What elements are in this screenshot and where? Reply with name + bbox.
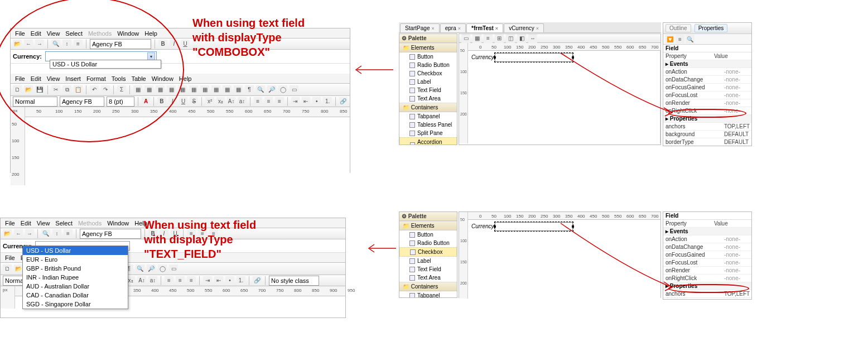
italic2-icon[interactable]: I	[168, 97, 177, 106]
sigma-icon[interactable]: Σ	[117, 85, 126, 94]
menu-edit[interactable]: Edit	[28, 30, 44, 37]
design-tool-icon[interactable]: ↔	[528, 34, 537, 43]
palette-item-tabpanel[interactable]: Tabpanel	[399, 112, 457, 121]
list-icon[interactable]: •	[225, 276, 234, 285]
tbl-icon[interactable]: ▦	[234, 85, 243, 94]
currency-option[interactable]: EUR - Euro	[23, 255, 128, 264]
design-tool-icon[interactable]: ≡	[484, 34, 493, 43]
tbl-icon[interactable]: ▦	[178, 85, 187, 94]
new-icon[interactable]: 🗋	[13, 85, 22, 94]
menu-file[interactable]: File	[13, 30, 27, 37]
menu-window[interactable]: Window	[150, 75, 176, 82]
currency-option[interactable]: GBP - British Pound	[23, 264, 128, 273]
design-tool-icon[interactable]: ⊞	[495, 34, 504, 43]
props-tool-icon[interactable]: 🔽	[666, 35, 674, 44]
underline-icon[interactable]: U	[181, 40, 190, 49]
open2-icon[interactable]: 📂	[24, 85, 33, 94]
rect-icon[interactable]: ▭	[290, 85, 298, 94]
close-icon[interactable]: ×	[536, 26, 539, 31]
open2-icon[interactable]: 📂	[14, 264, 23, 273]
form-text-field-b[interactable]	[495, 222, 573, 231]
back-icon[interactable]: ←	[24, 40, 33, 49]
list-icon[interactable]: •	[312, 97, 321, 106]
menu-methods[interactable]: Methods	[76, 220, 104, 227]
tbl-icon[interactable]: ▦	[133, 85, 142, 94]
caseA-icon[interactable]: A↕	[227, 97, 235, 106]
palette-item-checkbox[interactable]: Checkbox	[399, 247, 457, 257]
menu-select[interactable]: Select	[53, 220, 75, 227]
ellipse-icon[interactable]: ◯	[278, 85, 287, 94]
palette-item-split-pane[interactable]: Split Pane	[399, 129, 457, 137]
sort-icon[interactable]: ↕	[52, 229, 61, 238]
props-tool-icon[interactable]: 🔍	[686, 35, 695, 44]
prop-onFocusLost[interactable]: onFocusLost	[663, 259, 722, 267]
menu-file[interactable]: File	[3, 220, 17, 227]
open-icon[interactable]: 📂	[13, 40, 22, 49]
close-icon[interactable]: ×	[495, 26, 498, 31]
currency-option[interactable]: SGD - Singapore Dollar	[23, 300, 128, 309]
palette-item-button[interactable]: Button	[399, 230, 457, 239]
open-icon[interactable]: 📂	[3, 229, 12, 238]
currency-option[interactable]: AUD - Australian Dollar	[23, 282, 128, 291]
top-font-combo[interactable]	[90, 39, 151, 49]
align-c-icon[interactable]: ≡	[176, 276, 185, 285]
cut-icon[interactable]: ✂	[51, 85, 60, 94]
prop-borderType[interactable]: borderType	[663, 138, 722, 146]
font2-combo[interactable]	[60, 97, 104, 107]
tab-properties[interactable]: Properties	[695, 24, 728, 32]
currency-typeahead-list[interactable]: USD - US DollarEUR - EuroGBP - British P…	[22, 246, 128, 309]
palette-item-tabless-panel[interactable]: Tabless Panel	[399, 121, 457, 129]
menu-tools[interactable]: Tools	[109, 75, 128, 82]
prop-onFocusGained[interactable]: onFocusGained	[663, 251, 722, 259]
color-icon[interactable]: A	[142, 97, 150, 106]
prop-background[interactable]: background	[663, 131, 722, 138]
prop-onFocusGained[interactable]: onFocusGained	[663, 84, 722, 92]
form-text-field[interactable]	[495, 53, 573, 62]
prop-onDataChange[interactable]: onDataChange	[663, 243, 722, 251]
align-l-icon[interactable]: ≡	[165, 276, 173, 285]
currency-dropdown-value[interactable]: USD - US Dollar	[50, 60, 161, 69]
underline2-icon[interactable]: U	[179, 97, 187, 106]
bold-icon[interactable]: B	[158, 40, 167, 49]
close-icon[interactable]: ×	[458, 26, 461, 31]
italic-icon[interactable]: I	[170, 40, 179, 49]
sort-icon[interactable]: ↕	[62, 40, 71, 49]
prop-dataProvider[interactable]: dataProvider	[663, 146, 722, 147]
prop-anchors[interactable]: anchors	[663, 123, 722, 131]
cat-elements[interactable]: 📁 Elements	[399, 43, 457, 52]
cat-containers-b[interactable]: 📁 Containers	[399, 282, 457, 291]
zoom-out-icon[interactable]: 🔎	[147, 264, 156, 273]
back-icon[interactable]: ←	[14, 229, 23, 238]
chevron-down-icon[interactable]: ▾	[147, 52, 155, 60]
menu-table[interactable]: Table	[129, 75, 148, 82]
numlist-icon[interactable]: 1.	[237, 276, 245, 285]
size-combo[interactable]	[107, 97, 134, 107]
strike-icon[interactable]: S	[190, 97, 198, 106]
palette-item-button[interactable]: Button	[399, 52, 457, 61]
styleclass-combo[interactable]	[269, 276, 319, 286]
prop-onRender[interactable]: onRender	[663, 267, 722, 275]
palette-item-radio-button[interactable]: Radio Button	[399, 239, 457, 247]
prop-onFocusLost[interactable]: onFocusLost	[663, 92, 722, 99]
palette-item-text-field[interactable]: Text Field	[399, 265, 457, 273]
design-tool-icon[interactable]: ▦	[472, 34, 481, 43]
align-r-icon[interactable]: ≡	[187, 276, 196, 285]
currency-option[interactable]: CAD - Canadian Dollar	[23, 291, 128, 300]
menu-file[interactable]: File	[3, 254, 17, 261]
prop-onRightClick[interactable]: onRightClick	[663, 107, 722, 115]
new-icon[interactable]: 🗋	[3, 264, 12, 273]
palette-item-accordion-panel[interactable]: Accordion Panel	[399, 137, 457, 145]
bottom-font-combo[interactable]	[80, 229, 141, 239]
editor-tab-startpage[interactable]: StartPage×	[400, 23, 440, 32]
outdent-icon[interactable]: ⇤	[214, 276, 223, 285]
ellipse-icon[interactable]: ◯	[158, 264, 167, 273]
menu-help[interactable]: Help	[177, 75, 194, 82]
menu-file[interactable]: File	[13, 75, 27, 82]
link-icon[interactable]: 🔗	[339, 97, 348, 106]
redo-icon[interactable]: ↷	[101, 85, 110, 94]
menu-window[interactable]: Window	[115, 30, 141, 37]
align-r-icon[interactable]: ≡	[275, 97, 283, 106]
menu-format[interactable]: Format	[84, 75, 108, 82]
menu-methods[interactable]: Methods	[86, 30, 114, 37]
palette-item-text-area[interactable]: Text Area	[399, 273, 457, 282]
